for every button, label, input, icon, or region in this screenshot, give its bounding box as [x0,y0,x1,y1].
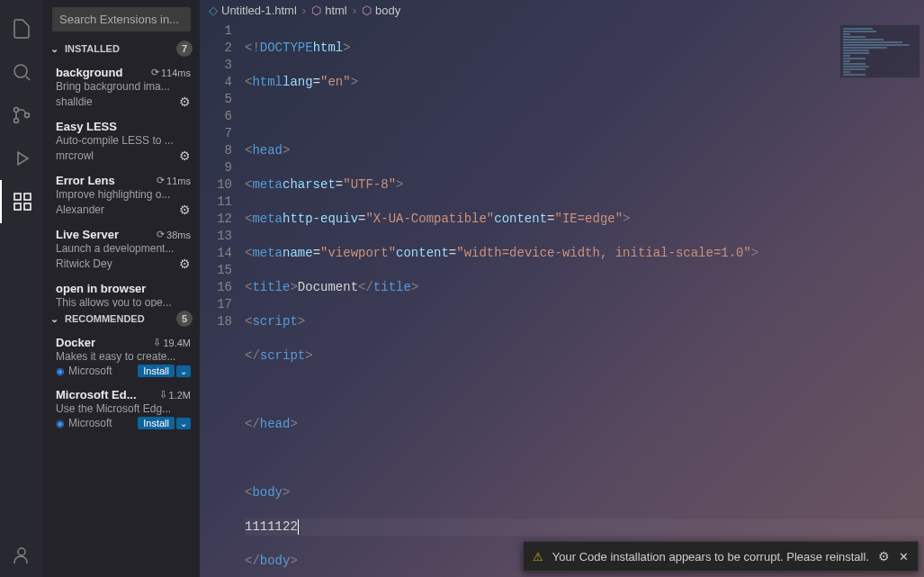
explorer-icon[interactable] [0,7,43,50]
extension-item[interactable]: Error Lens⟳ 11ms Improve highlighting o.… [43,168,200,222]
account-icon[interactable] [0,534,43,577]
extension-item[interactable]: Docker⇩ 19.4M Makes it easy to create...… [43,330,200,383]
install-button[interactable]: Install [138,365,175,377]
extension-publisher: shalldie [56,95,179,108]
line-gutter: 123 456 789 101112 131415 161718 [200,21,245,577]
recommended-count-badge: 5 [176,311,193,327]
svg-rect-5 [24,194,31,200]
extension-item[interactable]: Easy LESS Auto-compile LESS to ... mrcro… [43,114,200,168]
search-input[interactable]: Search Extensions in... [52,7,191,32]
svg-point-3 [25,113,30,118]
recommended-list: Docker⇩ 19.4M Makes it easy to create...… [43,330,200,577]
gear-icon[interactable]: ⚙ [179,95,191,109]
verified-icon: ◉ [56,365,65,377]
svg-point-0 [14,65,27,77]
breadcrumb-file[interactable]: Untitled-1.html [221,4,297,17]
svg-point-2 [14,119,19,123]
extension-desc: Bring background ima... [56,80,191,93]
debug-icon[interactable] [0,137,43,180]
verified-icon: ◉ [56,418,65,429]
extension-item[interactable]: Live Server⟳ 38ms Launch a development..… [43,222,200,276]
warning-icon: ⚠ [533,550,543,563]
extension-item[interactable]: background⟳ 114ms Bring background ima..… [43,60,200,114]
recommended-section-header[interactable]: ⌄ Recommended 5 [43,307,200,330]
install-dropdown[interactable]: ⌄ [176,418,191,429]
minimap[interactable] [839,24,920,78]
file-icon: ◇ [209,4,218,17]
gear-icon[interactable]: ⚙ [878,549,890,563]
symbol-icon: ⬡ [311,4,321,17]
svg-rect-6 [14,203,21,210]
symbol-icon: ⬡ [362,4,372,17]
svg-rect-7 [24,203,31,210]
search-icon[interactable] [0,50,43,94]
section-label: Installed [65,43,120,54]
close-icon[interactable]: ✕ [899,550,909,563]
gear-icon[interactable]: ⚙ [179,203,191,217]
activity-bar [0,0,43,577]
chevron-down-icon: ⌄ [50,43,63,55]
breadcrumb-part[interactable]: body [375,4,400,17]
svg-rect-4 [14,194,21,200]
installed-section-header[interactable]: ⌄ Installed 7 [43,37,200,60]
source-control-icon[interactable] [0,94,43,137]
svg-point-1 [14,108,19,113]
extension-stat: ⟳ 114ms [151,67,191,78]
toast-message: Your Code installation appears to be cor… [552,550,869,563]
extensions-sidebar: Search Extensions in... ⌄ Installed 7 ba… [43,0,200,577]
extension-item[interactable]: Microsoft Ed...⇩ 1.2M Use the Microsoft … [43,383,200,435]
breadcrumb-part[interactable]: html [325,4,347,17]
extension-item[interactable]: open in browser This allows you to ope..… [43,276,200,307]
chevron-down-icon: ⌄ [50,313,63,325]
extension-name: background [56,66,146,79]
installed-count-badge: 7 [176,41,193,57]
editor-area: ◇ Untitled-1.html › ⬡ html › ⬡ body 123 … [200,0,924,577]
extensions-icon[interactable] [0,180,43,223]
install-dropdown[interactable]: ⌄ [176,365,191,377]
installed-list: background⟳ 114ms Bring background ima..… [43,60,200,307]
svg-point-8 [18,548,25,555]
breadcrumb[interactable]: ◇ Untitled-1.html › ⬡ html › ⬡ body [200,0,924,21]
notification-toast: ⚠ Your Code installation appears to be c… [523,541,919,572]
gear-icon[interactable]: ⚙ [179,257,191,271]
code-content[interactable]: <!DOCTYPE html> <html lang="en"> <head> … [245,21,924,577]
gear-icon[interactable]: ⚙ [179,149,191,163]
code-editor[interactable]: 123 456 789 101112 131415 161718 <!DOCTY… [200,21,924,577]
install-button[interactable]: Install [138,417,175,429]
